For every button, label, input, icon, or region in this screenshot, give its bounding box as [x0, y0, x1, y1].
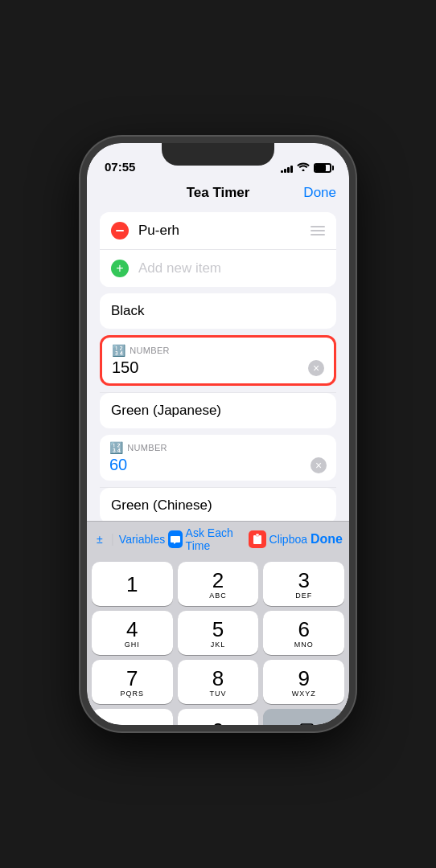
status-time: 07:55 — [105, 160, 135, 174]
key-3[interactable]: 3 DEF — [263, 562, 344, 606]
number-input-japanese[interactable]: 🔢 NUMBER 60 — [100, 435, 336, 481]
backspace-icon — [294, 723, 314, 725]
clear-button-black[interactable] — [308, 360, 324, 376]
battery-icon — [314, 163, 331, 173]
nav-done-button[interactable]: Done — [303, 185, 336, 201]
page-container: Pu-erh Add new item Black — [87, 209, 349, 725]
plus-minus-button[interactable]: ± — [93, 533, 106, 546]
key-8[interactable]: 8 TUV — [178, 660, 259, 704]
status-icons — [281, 162, 331, 174]
key-9[interactable]: 9 WXYZ — [263, 660, 344, 704]
list-section: Pu-erh Add new item — [100, 212, 336, 287]
number-input-black[interactable]: 🔢 NUMBER 150 — [100, 335, 336, 386]
add-item-row[interactable]: Add new item — [100, 250, 336, 287]
battery-fill — [315, 165, 326, 171]
clipboard-icon — [249, 530, 266, 548]
item-label: Pu-erh — [138, 223, 311, 239]
green-chinese-label: Green (Chinese) — [111, 497, 212, 513]
key-5[interactable]: 5 JKL — [178, 611, 259, 655]
keyboard-toolbar: ± | Variables Ask Each Time — [87, 521, 349, 557]
key-2[interactable]: 2 ABC — [178, 562, 259, 606]
key-6[interactable]: 6 MNO — [263, 611, 344, 655]
phone-screen: 07:55 — [87, 143, 349, 725]
add-item-placeholder: Add new item — [138, 260, 221, 276]
clipboard-button[interactable]: Clipboa — [249, 530, 307, 548]
nav-title: Tea Timer — [187, 185, 250, 201]
key-backspace[interactable] — [263, 709, 344, 725]
black-label: Black — [111, 303, 145, 318]
signal-icon — [281, 163, 293, 173]
svg-rect-0 — [253, 535, 261, 544]
keyboard-done-button[interactable]: Done — [311, 532, 343, 547]
key-7[interactable]: 7 PQRS — [92, 660, 173, 704]
add-item-button[interactable] — [111, 260, 129, 277]
number-value-black: 150 — [112, 358, 138, 377]
key-4[interactable]: 4 GHI — [92, 611, 173, 655]
clear-button-japanese[interactable] — [311, 457, 327, 473]
key-dot[interactable]: . — [92, 709, 173, 725]
svg-rect-1 — [256, 534, 259, 536]
nav-header: Tea Timer Done — [87, 178, 349, 209]
calc-icon-japanese: 🔢 — [109, 441, 123, 454]
wifi-icon — [297, 162, 310, 174]
calc-icon-black: 🔢 — [112, 344, 125, 357]
number-input-row-black: 150 — [112, 358, 324, 377]
list-item-puerh[interactable]: Pu-erh — [100, 212, 336, 250]
minus-button[interactable] — [111, 222, 129, 240]
number-field-label-japanese: 🔢 NUMBER — [109, 441, 327, 454]
ask-icon — [168, 530, 182, 548]
green-japanese-label: Green (Japanese) — [111, 403, 221, 418]
green-japanese-label-section: Green (Japanese) — [100, 393, 336, 428]
key-0[interactable]: 0 — [178, 709, 259, 725]
drag-handle[interactable] — [311, 226, 325, 235]
number-input-row-japanese: 60 — [109, 456, 327, 474]
black-label-section: Black — [100, 293, 336, 329]
ask-each-time-button[interactable]: Ask Each Time — [168, 526, 245, 552]
phone-frame: 07:55 — [80, 137, 356, 731]
green-chinese-label-section: Green (Chinese) — [100, 488, 336, 521]
notch — [162, 143, 274, 166]
number-value-japanese: 60 — [109, 456, 127, 474]
key-1[interactable]: 1 — [92, 562, 173, 606]
variables-button[interactable]: Variables — [119, 533, 165, 546]
number-field-label-black: 🔢 NUMBER — [112, 344, 324, 357]
scroll-area: Pu-erh Add new item Black — [87, 209, 349, 521]
numeric-keyboard: 1 2 ABC 3 DEF 4 GHI 5 JKL — [87, 557, 349, 725]
